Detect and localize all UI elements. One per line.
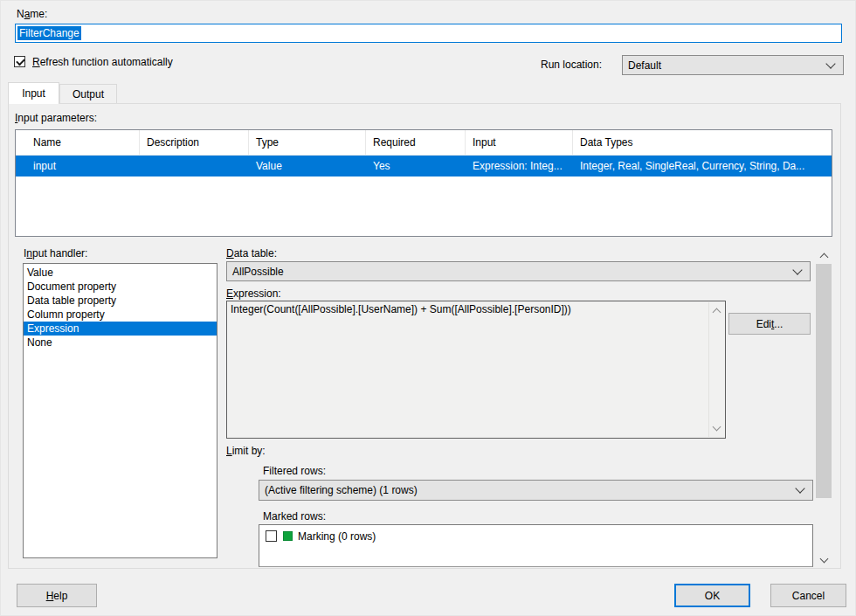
column-header-required[interactable]: Required (366, 130, 466, 155)
label-text: E (226, 287, 233, 300)
cancel-button[interactable]: Cancel (770, 584, 846, 607)
filtered-rows-label: Filtered rows: (263, 465, 326, 477)
list-item-column-property[interactable]: Column property (24, 308, 217, 322)
label-text: L (226, 445, 232, 457)
input-parameters-label: Input parameters: (15, 112, 97, 124)
label-text: ata table: (234, 247, 277, 260)
ok-button[interactable]: OK (674, 584, 750, 607)
marking-item-label[interactable]: Marking (0 rows) (298, 530, 376, 543)
scroll-up-button[interactable] (816, 248, 832, 263)
chevron-down-icon (795, 483, 804, 493)
label-text: N (17, 8, 24, 20)
expression-label: Expression: (226, 287, 281, 300)
column-header-type[interactable]: Type (249, 130, 366, 155)
list-item-value[interactable]: Value (24, 266, 217, 280)
filtered-rows-dropdown[interactable]: (Active filtering scheme) (1 rows) (259, 480, 813, 501)
panel-scrollbar[interactable] (816, 248, 832, 566)
tab-output[interactable]: Output (59, 84, 117, 103)
expression-textarea[interactable]: Integer(Count([AllPossible].[UserName]) … (226, 301, 726, 439)
button-label: Edit... (756, 318, 784, 330)
data-table-dropdown[interactable]: AllPossible (226, 261, 811, 281)
label-text: ... (774, 318, 783, 330)
register-data-function-dialog: Name: FilterChange Refresh function auto… (0, 0, 856, 616)
expression-text: Integer(Count([AllPossible].[UserName]) … (231, 303, 571, 315)
refresh-automatically-checkbox[interactable] (14, 56, 25, 67)
refresh-automatically-label[interactable]: Refresh function automatically (32, 56, 173, 68)
column-header-data-types[interactable]: Data Types (573, 130, 832, 155)
label-text: D (226, 247, 234, 260)
table-header-row: Name Description Type Required Input Dat… (16, 130, 832, 156)
label-text: imit by: (232, 445, 266, 457)
selected-text: FilterChange (17, 26, 81, 40)
label-text: Edi (756, 318, 771, 330)
input-handler-label: Input handler: (24, 247, 87, 260)
cell-name: input (16, 160, 140, 172)
input-handler-list: Value Document property Data table prope… (23, 263, 217, 558)
list-item-data-table-property[interactable]: Data table property (24, 294, 217, 308)
scroll-down-button[interactable] (816, 551, 832, 566)
column-header-input[interactable]: Input (466, 130, 573, 155)
name-input[interactable]: FilterChange (15, 24, 842, 43)
tab-label: Input (22, 87, 45, 100)
label-text: nput parameters: (17, 112, 97, 124)
input-parameters-table[interactable]: Name Description Type Required Input Dat… (15, 129, 832, 237)
tab-label: Output (72, 88, 104, 100)
run-location-label: Run location: (541, 59, 602, 71)
chevron-up-icon (820, 253, 829, 262)
label-text: elp (53, 590, 67, 602)
check-icon (16, 57, 25, 66)
label-text: me: (30, 8, 47, 20)
expression-scrollbar[interactable] (708, 302, 724, 437)
marked-rows-list: Marking (0 rows) (259, 524, 813, 567)
name-label: Name: (17, 8, 47, 20)
data-table-label: Data table: (226, 247, 277, 260)
chevron-down-icon (792, 265, 802, 274)
list-item-none[interactable]: None (24, 336, 217, 350)
column-header-description[interactable]: Description (140, 130, 249, 155)
run-location-value: Default (628, 59, 661, 72)
column-header-name[interactable]: Name (16, 130, 140, 155)
list-item-document-property[interactable]: Document property (24, 280, 217, 294)
chevron-down-icon (825, 59, 835, 68)
scroll-down-icon[interactable] (713, 423, 721, 432)
marking-checkbox[interactable] (266, 530, 277, 542)
edit-button[interactable]: Edit... (728, 313, 811, 335)
label-text: xpression: (233, 287, 281, 300)
table-row[interactable]: input Value Yes Expression: Integ... Int… (16, 156, 832, 176)
run-location-dropdown[interactable]: Default (622, 55, 844, 75)
data-table-value: AllPossible (232, 266, 284, 278)
label-text: efresh function automatically (40, 56, 173, 68)
marked-rows-label: Marked rows: (263, 510, 326, 523)
limit-by-label: Limit by: (226, 445, 266, 457)
marking-color-swatch (283, 531, 293, 541)
label-text: R (32, 56, 40, 68)
cell-data-types: Integer, Real, SingleReal, Currency, Str… (573, 160, 832, 172)
cell-type: Value (249, 160, 366, 172)
button-label: OK (705, 590, 720, 602)
filtered-rows-value: (Active filtering scheme) (1 rows) (265, 484, 418, 496)
scrollbar-thumb[interactable] (816, 264, 832, 498)
scroll-up-icon[interactable] (713, 308, 721, 317)
tab-input[interactable]: Input (8, 82, 59, 104)
button-label: Help (46, 590, 68, 602)
cell-required: Yes (366, 160, 466, 172)
list-item-expression[interactable]: Expression (24, 322, 217, 336)
label-text: put handler: (32, 247, 87, 260)
cell-input: Expression: Integ... (466, 160, 573, 172)
help-button[interactable]: Help (17, 584, 97, 607)
button-label: Cancel (792, 590, 825, 602)
chevron-down-icon (820, 555, 829, 564)
